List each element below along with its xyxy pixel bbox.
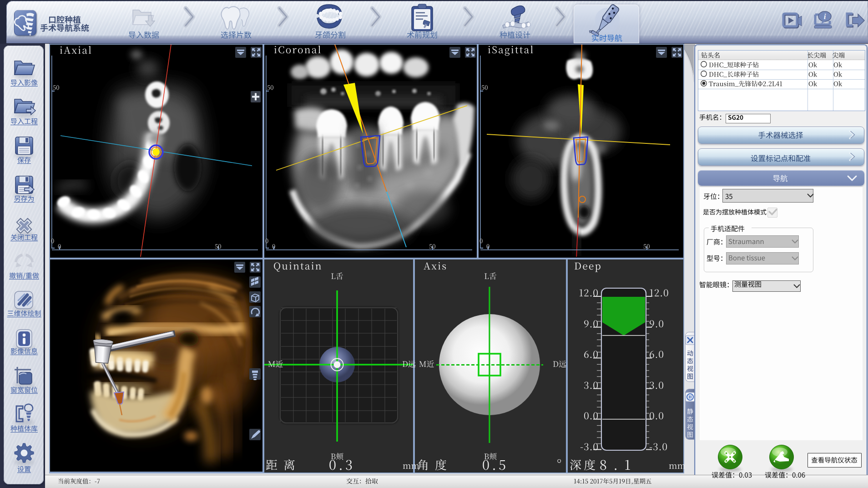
- svg-text:i: i: [824, 12, 826, 21]
